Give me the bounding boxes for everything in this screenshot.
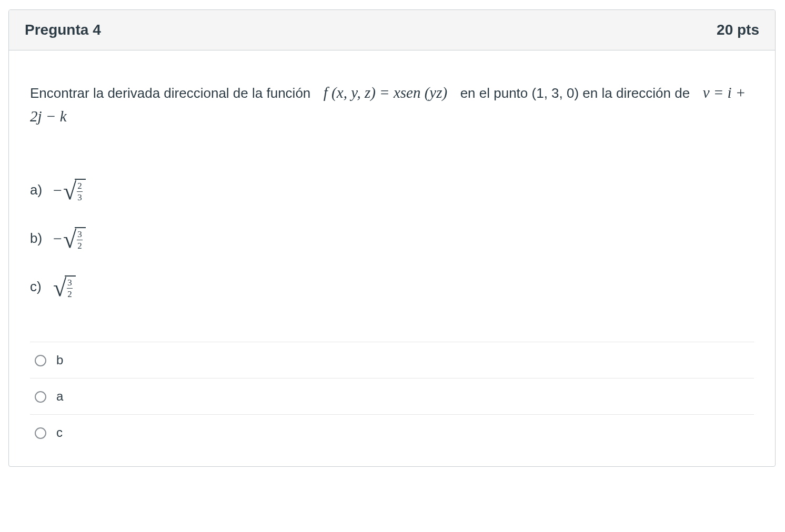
answer-radio-c[interactable] [35, 427, 46, 439]
question-title: Pregunta 4 [25, 22, 101, 38]
sqrt-icon: √ [63, 184, 76, 199]
option-a-expression: a) − √ 2 3 [30, 166, 754, 214]
option-c-expression: c) √ 3 2 [30, 263, 754, 311]
option-a-label: a) [30, 182, 46, 198]
option-c-numerator: 3 [67, 278, 73, 288]
question-header: Pregunta 4 20 pts [9, 10, 775, 50]
stem-text-1: Encontrar la derivada direccional de la … [30, 85, 310, 101]
option-a-denominator: 3 [77, 191, 83, 202]
sqrt-icon: √ [63, 232, 76, 247]
option-b-denominator: 2 [77, 240, 83, 250]
stem-function-expression: f (x, y, z) = xsen (yz) [324, 84, 447, 101]
option-b-numerator: 3 [77, 230, 83, 240]
question-stem: Encontrar la derivada direccional de la … [30, 81, 754, 128]
answer-choices: b a c [30, 342, 754, 451]
option-b-label: b) [30, 230, 46, 247]
answer-choice-b[interactable]: b [30, 342, 754, 378]
question-body: Encontrar la derivada direccional de la … [9, 50, 775, 466]
option-c-denominator: 2 [67, 288, 73, 299]
minus-sign-icon: − [53, 230, 63, 248]
option-c-label: c) [30, 279, 46, 295]
answer-radio-b[interactable] [35, 355, 46, 366]
minus-sign-icon: − [53, 181, 63, 199]
stem-text-2: en el punto (1, 3, 0) en la dirección de [460, 85, 690, 101]
answer-choice-c[interactable]: c [30, 415, 754, 451]
question-points: 20 pts [717, 22, 759, 38]
option-a-numerator: 2 [77, 181, 83, 191]
option-expressions: a) − √ 2 3 b) [30, 166, 754, 311]
option-b-expression: b) − √ 3 2 [30, 214, 754, 263]
answer-label-a: a [56, 389, 63, 404]
answer-label-c: c [56, 425, 63, 440]
answer-radio-a[interactable] [35, 391, 46, 403]
answer-label-b: b [56, 353, 63, 367]
sqrt-icon: √ [53, 281, 66, 295]
question-card: Pregunta 4 20 pts Encontrar la derivada … [8, 9, 776, 467]
answer-choice-a[interactable]: a [30, 378, 754, 415]
